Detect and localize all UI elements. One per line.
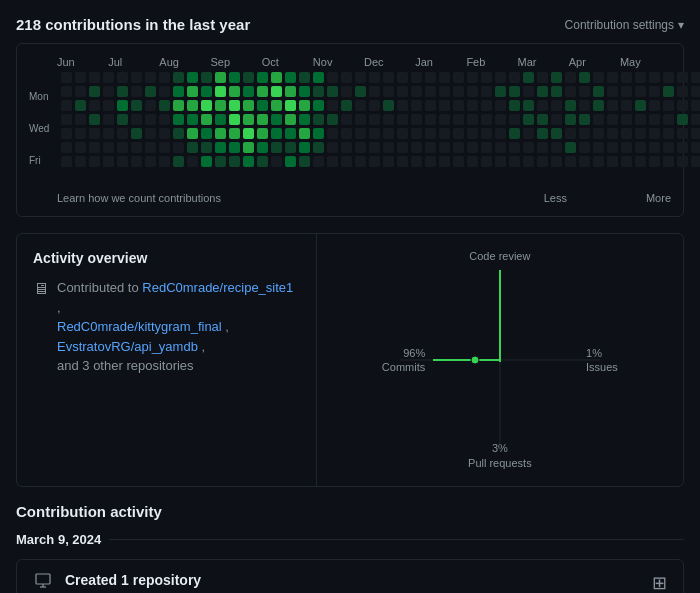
day-cell[interactable] (663, 128, 674, 139)
contribution-settings-button[interactable]: Contribution settings ▾ (565, 18, 684, 32)
day-cell[interactable] (607, 142, 618, 153)
day-cell[interactable] (495, 114, 506, 125)
day-cell[interactable] (201, 142, 212, 153)
day-cell[interactable] (593, 114, 604, 125)
day-cell[interactable] (635, 72, 646, 83)
day-cell[interactable] (369, 156, 380, 167)
day-cell[interactable] (89, 142, 100, 153)
day-cell[interactable] (537, 100, 548, 111)
day-cell[interactable] (467, 114, 478, 125)
day-cell[interactable] (61, 156, 72, 167)
day-cell[interactable] (285, 114, 296, 125)
day-cell[interactable] (369, 128, 380, 139)
day-cell[interactable] (537, 128, 548, 139)
day-cell[interactable] (271, 128, 282, 139)
day-cell[interactable] (523, 100, 534, 111)
day-cell[interactable] (677, 142, 688, 153)
day-cell[interactable] (229, 156, 240, 167)
day-cell[interactable] (397, 72, 408, 83)
day-cell[interactable] (75, 86, 86, 97)
day-cell[interactable] (117, 156, 128, 167)
day-cell[interactable] (341, 114, 352, 125)
day-cell[interactable] (425, 86, 436, 97)
day-cell[interactable] (299, 100, 310, 111)
day-cell[interactable] (565, 72, 576, 83)
learn-link[interactable]: Learn how we count contributions (57, 192, 221, 204)
day-cell[interactable] (117, 100, 128, 111)
day-cell[interactable] (621, 72, 632, 83)
day-cell[interactable] (299, 114, 310, 125)
day-cell[interactable] (369, 72, 380, 83)
day-cell[interactable] (271, 142, 282, 153)
day-cell[interactable] (663, 86, 674, 97)
day-cell[interactable] (607, 100, 618, 111)
day-cell[interactable] (159, 156, 170, 167)
day-cell[interactable] (229, 72, 240, 83)
day-cell[interactable] (215, 72, 226, 83)
day-cell[interactable] (313, 114, 324, 125)
day-cell[interactable] (341, 72, 352, 83)
day-cell[interactable] (187, 100, 198, 111)
expand-icon[interactable]: ⊞ (652, 572, 667, 593)
day-cell[interactable] (89, 114, 100, 125)
day-cell[interactable] (453, 72, 464, 83)
day-cell[interactable] (607, 86, 618, 97)
day-cell[interactable] (467, 156, 478, 167)
day-cell[interactable] (187, 72, 198, 83)
day-cell[interactable] (649, 100, 660, 111)
day-cell[interactable] (383, 86, 394, 97)
day-cell[interactable] (509, 72, 520, 83)
day-cell[interactable] (621, 128, 632, 139)
day-cell[interactable] (453, 86, 464, 97)
day-cell[interactable] (341, 86, 352, 97)
day-cell[interactable] (145, 142, 156, 153)
day-cell[interactable] (439, 142, 450, 153)
day-cell[interactable] (481, 142, 492, 153)
day-cell[interactable] (145, 86, 156, 97)
day-cell[interactable] (635, 128, 646, 139)
day-cell[interactable] (649, 142, 660, 153)
day-cell[interactable] (593, 72, 604, 83)
day-cell[interactable] (75, 100, 86, 111)
day-cell[interactable] (621, 142, 632, 153)
day-cell[interactable] (285, 86, 296, 97)
day-cell[interactable] (691, 100, 700, 111)
day-cell[interactable] (103, 142, 114, 153)
day-cell[interactable] (439, 156, 450, 167)
day-cell[interactable] (145, 100, 156, 111)
day-cell[interactable] (313, 86, 324, 97)
day-cell[interactable] (453, 142, 464, 153)
day-cell[interactable] (663, 72, 674, 83)
day-cell[interactable] (523, 86, 534, 97)
day-cell[interactable] (243, 86, 254, 97)
day-cell[interactable] (159, 86, 170, 97)
day-cell[interactable] (467, 142, 478, 153)
day-cell[interactable] (593, 128, 604, 139)
day-cell[interactable] (593, 156, 604, 167)
day-cell[interactable] (453, 100, 464, 111)
day-cell[interactable] (481, 72, 492, 83)
day-cell[interactable] (383, 72, 394, 83)
day-cell[interactable] (327, 72, 338, 83)
day-cell[interactable] (579, 86, 590, 97)
day-cell[interactable] (383, 128, 394, 139)
day-cell[interactable] (215, 156, 226, 167)
day-cell[interactable] (299, 156, 310, 167)
day-cell[interactable] (257, 72, 268, 83)
day-cell[interactable] (145, 114, 156, 125)
day-cell[interactable] (61, 142, 72, 153)
day-cell[interactable] (257, 142, 268, 153)
day-cell[interactable] (61, 100, 72, 111)
day-cell[interactable] (649, 128, 660, 139)
day-cell[interactable] (243, 72, 254, 83)
day-cell[interactable] (621, 114, 632, 125)
day-cell[interactable] (285, 72, 296, 83)
day-cell[interactable] (327, 86, 338, 97)
day-cell[interactable] (495, 156, 506, 167)
day-cell[interactable] (411, 114, 422, 125)
day-cell[interactable] (285, 156, 296, 167)
day-cell[interactable] (439, 72, 450, 83)
day-cell[interactable] (229, 86, 240, 97)
day-cell[interactable] (397, 128, 408, 139)
day-cell[interactable] (159, 142, 170, 153)
